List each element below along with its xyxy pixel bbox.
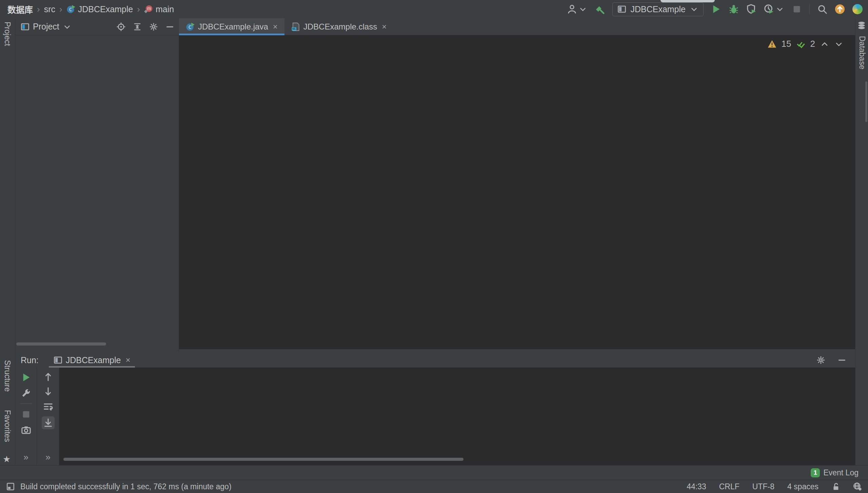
ide-features-button[interactable]	[852, 4, 863, 14]
run-panel-label: Run:	[21, 355, 39, 365]
breadcrumb-class[interactable]: C JDBCExample	[66, 4, 133, 14]
tab-jdbcexample-java[interactable]: C JDBCExample.java ×	[179, 18, 284, 35]
caret-position[interactable]: 44:33	[687, 482, 706, 491]
tree-horizontal-scrollbar[interactable]	[16, 342, 106, 346]
run-button[interactable]	[711, 4, 721, 14]
more-actions-icon[interactable]: »	[45, 452, 50, 462]
chevron-down-icon[interactable]	[63, 22, 72, 31]
scroll-to-end-icon[interactable]	[42, 416, 55, 429]
breadcrumb-project[interactable]: 数据库	[7, 3, 33, 15]
run-panel-header: Run: JDBCExample ×	[15, 353, 855, 368]
console-horizontal-scrollbar[interactable]	[63, 458, 463, 461]
chevron-down-icon	[690, 5, 698, 14]
project-panel-title[interactable]: Project	[33, 22, 59, 32]
build-button[interactable]	[595, 4, 605, 14]
java-class-icon: C	[66, 5, 75, 14]
bug-icon	[729, 4, 739, 14]
stripe-tab-database[interactable]: Database	[857, 36, 867, 69]
svg-text:01: 01	[292, 27, 296, 31]
stripe-tab-favorites[interactable]: Favorites	[3, 410, 12, 442]
update-button[interactable]	[835, 4, 845, 14]
warning-triangle-icon	[767, 39, 777, 49]
svg-text:C: C	[189, 24, 192, 30]
vcs-user-button[interactable]	[567, 4, 587, 14]
svg-text:C: C	[69, 6, 72, 12]
close-icon[interactable]: ×	[273, 22, 278, 32]
debug-button[interactable]	[729, 4, 739, 14]
main-toolbar: JDBCExample	[567, 2, 868, 16]
collapse-all-icon[interactable]	[133, 22, 142, 31]
close-icon[interactable]: ×	[382, 22, 387, 32]
chevron-up-icon[interactable]	[820, 39, 829, 49]
tab-jdbcexample-class[interactable]: 01 JDBCExample.class ×	[284, 18, 393, 35]
stripe-tab-project[interactable]: Project	[3, 22, 12, 46]
project-tree[interactable]	[15, 35, 179, 352]
shield-play-icon	[746, 4, 756, 14]
arrow-down-icon[interactable]	[43, 387, 53, 397]
tool-window-icon	[21, 22, 29, 31]
camera-icon[interactable]	[21, 425, 31, 435]
chevron-down-icon	[578, 5, 587, 14]
database-icon[interactable]	[857, 21, 866, 30]
chevron-down-icon[interactable]	[834, 39, 844, 49]
file-encoding[interactable]: UTF-8	[752, 482, 774, 491]
run-configuration-label: JDBCExample	[630, 4, 686, 14]
inspections-widget[interactable]: 15 2	[767, 39, 844, 49]
rerun-play-icon[interactable]	[21, 372, 31, 382]
line-ending[interactable]: CRLF	[719, 482, 739, 491]
event-log-label: Event Log	[823, 468, 859, 477]
run-console-output[interactable]	[59, 368, 855, 465]
search-everywhere-button[interactable]	[817, 4, 827, 14]
event-log-button[interactable]: 1 Event Log	[811, 468, 868, 477]
passed-count: 2	[810, 39, 815, 49]
double-check-icon	[796, 39, 806, 49]
hammer-icon	[595, 4, 605, 14]
project-panel-header: Project	[15, 18, 179, 35]
left-tool-stripe: Project Structure Favorites ★	[0, 18, 15, 465]
breadcrumb-separator-icon: ›	[137, 4, 140, 15]
run-configuration-select[interactable]: JDBCExample	[612, 2, 704, 16]
update-arrow-icon	[835, 4, 845, 14]
breadcrumb: 数据库 › src › C JDBCExample › m main	[0, 3, 174, 15]
colorful-sphere-icon	[852, 4, 863, 14]
gear-icon[interactable]	[816, 356, 825, 364]
run-console-tab[interactable]: JDBCExample ×	[51, 353, 133, 368]
wrench-icon[interactable]	[21, 388, 31, 398]
breadcrumb-src[interactable]: src	[44, 4, 55, 14]
stop-icon	[792, 4, 802, 14]
hide-panel-icon[interactable]	[837, 356, 846, 364]
star-icon[interactable]: ★	[3, 454, 11, 465]
unlock-icon[interactable]	[831, 482, 840, 491]
user-icon	[567, 4, 577, 14]
locate-file-icon[interactable]	[117, 22, 125, 31]
profiler-clock-icon	[764, 4, 774, 14]
arrow-up-icon[interactable]	[43, 372, 53, 382]
gear-icon[interactable]	[149, 22, 158, 31]
hide-panel-icon[interactable]	[165, 22, 174, 31]
code-editor[interactable]: 15 2	[179, 35, 855, 349]
stop-icon[interactable]	[21, 409, 31, 419]
stop-button[interactable]	[792, 4, 802, 14]
chevron-down-icon	[775, 5, 784, 14]
svg-text:m: m	[147, 6, 151, 11]
soft-wrap-icon[interactable]	[43, 401, 53, 412]
run-toolbar-secondary: »	[37, 368, 59, 465]
java-class-icon: C	[186, 22, 195, 31]
method-icon: m	[144, 5, 153, 14]
coverage-button[interactable]	[746, 4, 756, 14]
ide-window: 数据库 › src › C JDBCExample › m main	[0, 0, 868, 493]
breadcrumb-method[interactable]: m main	[144, 4, 174, 14]
toolbar-divider	[809, 4, 810, 14]
globe-gear-icon[interactable]	[853, 482, 862, 491]
play-icon	[711, 4, 721, 14]
event-log-badge: 1	[811, 468, 820, 477]
search-icon	[817, 4, 827, 14]
toolbar-divider	[20, 403, 32, 404]
close-icon[interactable]: ×	[125, 355, 130, 365]
more-actions-icon[interactable]: »	[23, 452, 28, 462]
stripe-tab-structure[interactable]: Structure	[3, 360, 12, 392]
editor-scrollbar-thumb[interactable]	[865, 81, 867, 122]
indent-setting[interactable]: 4 spaces	[787, 482, 818, 491]
profiler-button[interactable]	[764, 4, 784, 14]
tool-window-switcher-icon[interactable]	[6, 482, 15, 491]
